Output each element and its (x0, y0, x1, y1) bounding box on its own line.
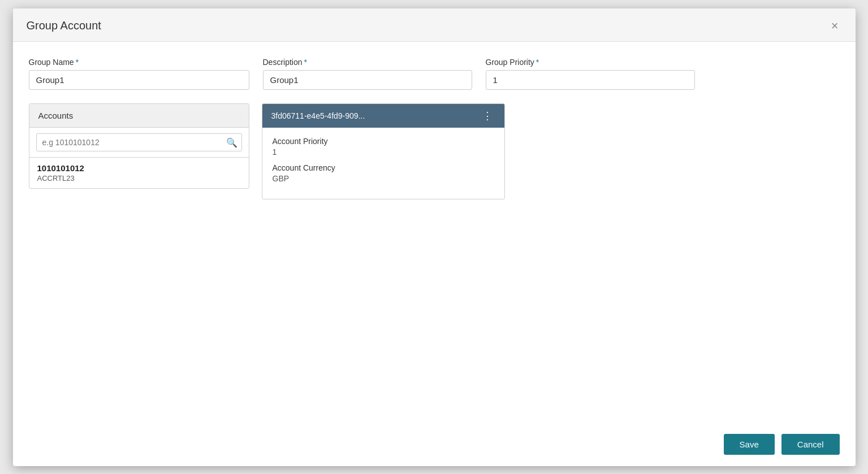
group-name-label: Group Name* (29, 58, 249, 67)
account-code: ACCRTL23 (37, 174, 241, 182)
group-account-dialog: Group Account × Group Name* Description*… (13, 8, 856, 466)
dialog-body: Group Name* Description* Group Priority* (13, 42, 856, 425)
search-icon: 🔍 (226, 137, 237, 147)
account-currency-label: Account Currency (273, 163, 494, 172)
detail-header-title: 3fd06711-e4e5-4fd9-909... (271, 111, 365, 120)
account-list: 1010101012 ACCRTL23 (29, 158, 249, 188)
required-star-priority: * (536, 58, 539, 67)
account-priority-label: Account Priority (273, 137, 494, 146)
detail-panel: 3fd06711-e4e5-4fd9-909... ⋮ Account Prio… (262, 103, 505, 199)
save-button[interactable]: Save (724, 434, 775, 455)
form-row: Group Name* Description* Group Priority* (29, 58, 840, 90)
group-priority-field: Group Priority* (486, 58, 695, 90)
account-item[interactable]: 1010101012 ACCRTL23 (29, 158, 249, 188)
search-wrapper: 🔍 (29, 128, 249, 158)
group-priority-input[interactable] (486, 70, 695, 90)
accounts-panel: Accounts 🔍 1010101012 ACCRTL23 (29, 103, 249, 189)
description-input[interactable] (263, 70, 472, 90)
search-icon-button[interactable]: 🔍 (226, 137, 237, 147)
required-star-group-name: * (76, 58, 79, 67)
main-content: Accounts 🔍 1010101012 ACCRTL23 (29, 103, 840, 414)
detail-body: Account Priority 1 Account Currency GBP (262, 128, 504, 199)
group-name-input[interactable] (29, 70, 249, 90)
accounts-header: Accounts (29, 104, 249, 128)
description-field: Description* (263, 58, 472, 90)
three-dots-button[interactable]: ⋮ (480, 111, 495, 121)
dialog-header: Group Account × (13, 8, 856, 42)
description-label: Description* (263, 58, 472, 67)
account-currency-value: GBP (273, 174, 494, 183)
account-currency-row: Account Currency GBP (273, 163, 494, 183)
group-name-field: Group Name* (29, 58, 249, 90)
dialog-footer: Save Cancel (13, 425, 856, 466)
detail-header: 3fd06711-e4e5-4fd9-909... ⋮ (262, 104, 504, 128)
account-number: 1010101012 (37, 163, 241, 173)
required-star-description: * (304, 58, 307, 67)
dialog-title: Group Account (27, 19, 101, 32)
cancel-button[interactable]: Cancel (781, 434, 840, 455)
account-priority-row: Account Priority 1 (273, 137, 494, 156)
search-input[interactable] (36, 133, 242, 151)
group-priority-label: Group Priority* (486, 58, 695, 67)
close-button[interactable]: × (828, 19, 842, 33)
account-priority-value: 1 (273, 147, 494, 156)
